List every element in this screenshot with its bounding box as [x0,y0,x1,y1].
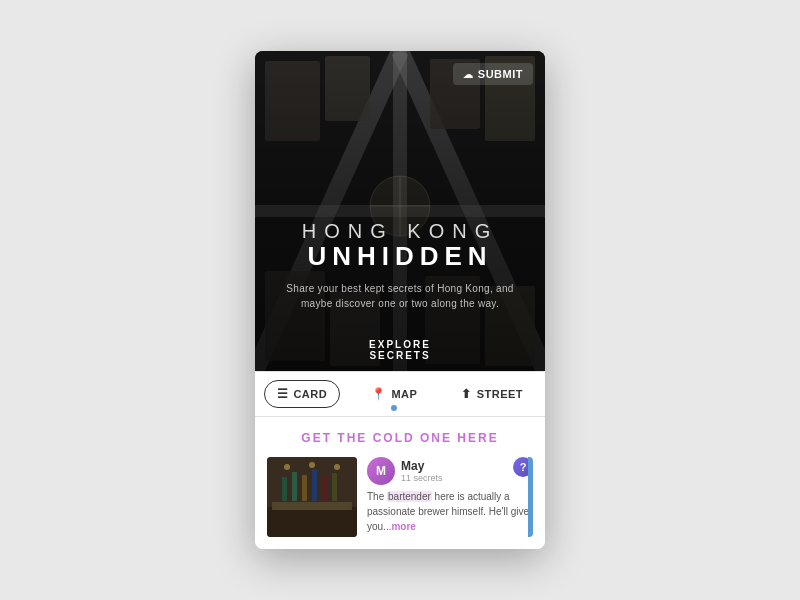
user-info: May 11 secrets [401,459,443,483]
svg-rect-17 [255,51,545,371]
content-section: GET THE COLD ONE HERE [255,417,545,549]
card-icon: ☰ [277,387,289,401]
tab-map[interactable]: 📍 MAP [358,380,430,408]
text-highlight: bartender [387,491,432,502]
explore-button[interactable]: EXPLORE SECRETS [328,329,473,371]
tab-card[interactable]: ☰ CARD [264,380,340,408]
street-icon: ⬆ [461,387,472,401]
svg-rect-30 [267,457,357,537]
hero-title-line2: UNHIDDEN [275,242,525,271]
avatar: M [367,457,395,485]
text-prefix: The [367,491,387,502]
secret-card[interactable]: M May 11 secrets The bartender here is a… [267,457,533,537]
card-text: The bartender here is actually a passion… [367,489,533,534]
user-name: May [401,459,443,473]
user-secrets-count: 11 secrets [401,473,443,483]
tab-bar: ☰ CARD 📍 MAP ⬆ STREET [255,371,545,417]
phone-frame: ☁ SUBMIT HONG KONG UNHIDDEN Share your b… [255,51,545,549]
card-user-content: M May 11 secrets The bartender here is a… [367,457,533,537]
map-indicator [389,403,399,413]
hero-title: HONG KONG UNHIDDEN [275,220,525,271]
hero-background [255,51,545,371]
bar-image-svg [267,457,357,537]
hero-content: HONG KONG UNHIDDEN Share your best kept … [255,220,545,311]
hero-section: ☁ SUBMIT HONG KONG UNHIDDEN Share your b… [255,51,545,371]
tab-street[interactable]: ⬆ STREET [448,380,536,408]
card-image [267,457,357,537]
hero-title-line1: HONG KONG [275,220,525,242]
hero-subtitle: Share your best kept secrets of Hong Kon… [275,281,525,311]
map-icon: 📍 [371,387,387,401]
cloud-icon: ☁ [463,69,474,80]
tab-card-label: CARD [293,388,327,400]
more-link[interactable]: more [391,521,415,532]
submit-button[interactable]: ☁ SUBMIT [453,63,533,85]
tab-map-label: MAP [391,388,417,400]
card-image-bg [267,457,357,537]
section-title: GET THE COLD ONE HERE [267,431,533,445]
tab-street-label: STREET [477,388,523,400]
card-user-row: M May 11 secrets [367,457,533,485]
side-indicator [528,457,533,537]
submit-label: SUBMIT [478,68,523,80]
